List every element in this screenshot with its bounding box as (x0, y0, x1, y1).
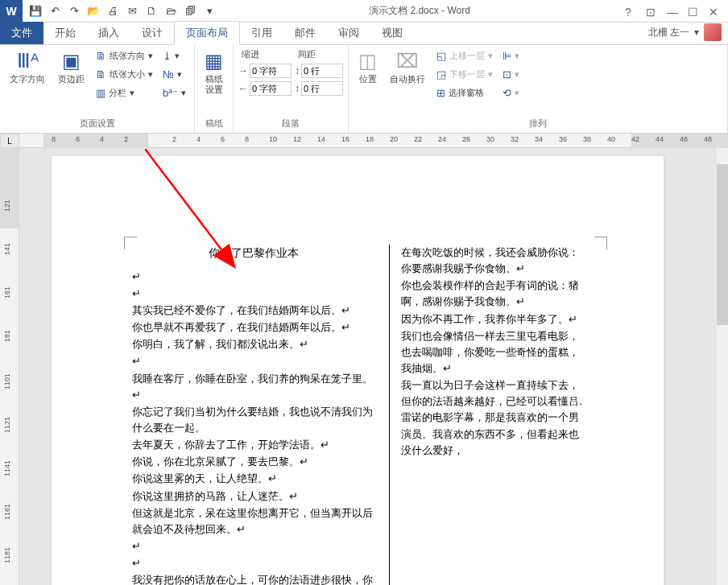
paragraph[interactable]: 去年夏天，你辞去了工作，开始学法语。↵ (132, 437, 374, 453)
username[interactable]: 北柵 左一 (648, 26, 689, 39)
margins-button[interactable]: ▣ 页边距 (53, 48, 89, 86)
size-icon: 🗎 (96, 68, 106, 80)
paragraph[interactable]: ↵ (132, 353, 374, 369)
tab-references[interactable]: 引用 (240, 22, 283, 44)
paragraph[interactable]: ↵ (132, 286, 374, 302)
maximize-icon[interactable]: ☐ (688, 6, 699, 17)
avatar[interactable] (704, 23, 722, 41)
paragraph[interactable]: 在每次吃饭的时候，我还会威胁你说：你要感谢我赐予你食物。↵ (401, 245, 583, 277)
crop-mark-tl (124, 237, 137, 249)
tab-selector[interactable]: L (0, 134, 19, 148)
ruler-h-tick: 30 (486, 135, 494, 143)
indent-right-input[interactable] (250, 81, 292, 96)
indent-right-spinner[interactable]: ← (238, 81, 292, 96)
column-left[interactable]: 你去了巴黎作业本 ↵↵其实我已经不爱你了，在我们结婚两年以后。↵你也早就不再爱我… (132, 245, 374, 585)
ribbon-options-icon[interactable]: ⊡ (646, 6, 657, 17)
indent-left-spinner[interactable]: → (238, 64, 292, 78)
margins-icon: ▣ (62, 50, 81, 72)
spacing-before-spinner[interactable]: ↕ (295, 64, 343, 78)
paragraph[interactable]: 因为你不再工作，我养你半年多了。↵ (401, 311, 583, 328)
align-button[interactable]: ⊫▾ (499, 48, 523, 64)
tab-design[interactable]: 设计 (130, 22, 174, 44)
ruler-v-tick: 121 (3, 200, 11, 212)
document-viewport[interactable]: 你去了巴黎作业本 ↵↵其实我已经不爱你了，在我们结婚两年以后。↵你也早就不再爱我… (19, 148, 728, 585)
paragraph[interactable]: ↵ (132, 555, 374, 571)
paragraph[interactable]: ↵ (132, 269, 374, 285)
spacing-before-input[interactable] (301, 64, 343, 78)
ruler-h-tick: 4 (196, 135, 201, 143)
tab-review[interactable]: 审阅 (327, 22, 370, 44)
orientation-button[interactable]: 🗎纸张方向 ▾ (93, 48, 156, 64)
indent-left-input[interactable] (250, 64, 292, 78)
paragraph[interactable]: 但这就是北京，呆在这里你想离开它，但当离开以后就会迫不及待想回来。↵ (132, 505, 374, 538)
paragraph[interactable]: 你明白，我了解，我们都没说出来。↵ (132, 336, 374, 352)
group-button[interactable]: ⊡▾ (499, 67, 523, 82)
wrap-button[interactable]: ⌧自动换行 (385, 48, 430, 86)
paragraph[interactable]: 我们也会像情侣一样去三里屯看电影，也去喝咖啡，你爱吃一些奇怪的蛋糕，我抽烟。↵ (401, 328, 583, 377)
user-dropdown-icon[interactable]: ▾ (694, 27, 699, 38)
document-title: 你去了巴黎作业本 (132, 245, 374, 262)
paragraph[interactable]: 你忘记了我们当初为什么要结婚，我也说不清我们为什么要在一起。 (132, 404, 374, 436)
spacing-after-spinner[interactable]: ↕ (295, 81, 343, 96)
close-icon[interactable]: ✕ (709, 6, 720, 17)
paragraph[interactable]: 你说这里拥挤的马路，让人迷茫。↵ (132, 488, 374, 505)
tab-insert[interactable]: 插入 (87, 22, 130, 44)
horizontal-ruler[interactable]: L 86422468101214161820222426303234363840… (0, 134, 728, 148)
minimize-icon[interactable]: — (667, 6, 678, 17)
paragraph[interactable]: 我一直以为日子会这样一直持续下去，但你的法语越来越好，已经可以看懂吕.雷诺的电影… (401, 377, 583, 459)
bring-forward-button[interactable]: ◱上移一层 ▾ (433, 48, 496, 64)
save-icon[interactable]: 💾 (29, 5, 42, 18)
paragraph[interactable]: 你说这里雾的天，让人绝望。↵ (132, 471, 374, 487)
ruler-h-tick: 6 (221, 135, 225, 143)
column-right[interactable]: 在每次吃饭的时候，我还会威胁你说：你要感谢我赐予你食物。↵你也会装模作样的合起手… (389, 245, 583, 585)
new-icon[interactable]: 🗋 (145, 5, 158, 18)
paragraph[interactable]: 我没有把你的话放在心上，可你的法语进步很快，你的时候 (132, 572, 374, 585)
paragraph[interactable]: 你也早就不再爱我了，在我们结婚两年以后。↵ (132, 319, 374, 336)
ruler-h-tick: 34 (535, 135, 543, 143)
columns-button[interactable]: ▥分栏 ▾ (93, 85, 156, 101)
paragraph[interactable]: 你也会装模作样的合起手有词的说：猪啊，感谢你赐予我食物。↵ (401, 278, 583, 310)
paragraph[interactable]: 你说，你在北京呆腻了，要去巴黎。↵ (132, 454, 374, 470)
forward-icon: ◱ (436, 50, 446, 62)
ruler-v-tick: 1141 (3, 460, 11, 476)
mail-icon[interactable]: ✉ (126, 5, 139, 18)
size-button[interactable]: 🗎纸张大小 ▾ (93, 67, 156, 82)
paragraph[interactable]: ↵ (132, 538, 374, 554)
word-app-icon[interactable]: W (0, 0, 23, 23)
spacing-after-input[interactable] (301, 81, 343, 96)
tab-home[interactable]: 开始 (43, 22, 87, 44)
paragraph[interactable]: 其实我已经不爱你了，在我们结婚两年以后。↵ (132, 303, 374, 319)
customize-qat-icon[interactable]: ▾ (203, 5, 216, 18)
copy-icon[interactable]: 🗐 (184, 5, 196, 18)
manuscript-settings-button[interactable]: ▦ 稿纸 设置 (200, 48, 228, 97)
tab-file[interactable]: 文件 (0, 22, 43, 44)
scrollbar-thumb[interactable] (717, 164, 728, 325)
selection-pane-button[interactable]: ⊞选择窗格 (433, 85, 496, 101)
undo-icon[interactable]: ↶ (48, 5, 61, 18)
indent-left-icon: → (238, 65, 248, 76)
openfolder-icon[interactable]: 🗁 (164, 5, 177, 18)
group-objects-icon: ⊡ (503, 68, 511, 80)
send-backward-button[interactable]: ◲下移一层 ▾ (433, 67, 496, 82)
line-numbers-button[interactable]: №▾ (159, 67, 189, 82)
vertical-ruler[interactable]: 12114116118111011121114111611181 (0, 148, 19, 585)
breaks-button[interactable]: ⤓▾ (159, 48, 189, 64)
quickprint-icon[interactable]: 🖨 (106, 5, 119, 18)
tab-view[interactable]: 视图 (370, 22, 414, 44)
ruler-h-tick: 40 (607, 135, 615, 143)
hyphenation-icon: bª⁻ (163, 87, 178, 99)
text-direction-button[interactable]: Ⅲᴬ 文字方向 (5, 48, 50, 86)
redo-icon[interactable]: ↷ (68, 5, 81, 18)
open-icon[interactable]: 📂 (87, 5, 100, 18)
tab-layout[interactable]: 页面布局 (174, 21, 240, 45)
paragraph[interactable]: 我睡在客厅，你睡在卧室，我们养的狗呆在笼子里。↵ (132, 371, 374, 403)
help-icon[interactable]: ? (625, 6, 636, 17)
tab-mail[interactable]: 邮件 (283, 22, 327, 44)
group-page-setup: 页面设置 (5, 116, 189, 131)
columns-icon: ▥ (96, 87, 105, 99)
vertical-scrollbar[interactable] (715, 148, 728, 585)
hyphenation-button[interactable]: bª⁻▾ (159, 85, 189, 101)
rotate-button[interactable]: ⟲▾ (499, 85, 523, 101)
position-button[interactable]: ◫位置 (354, 48, 382, 86)
text-direction-icon: Ⅲᴬ (17, 50, 39, 72)
